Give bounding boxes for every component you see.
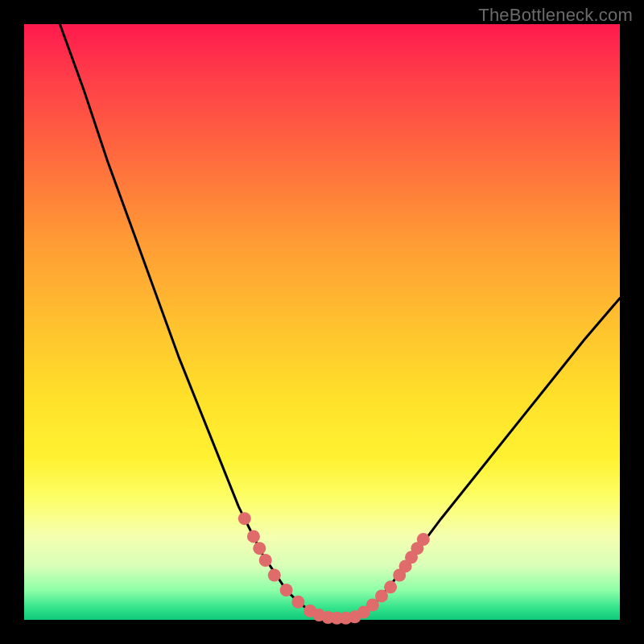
chart-plot-area [24, 24, 620, 620]
highlight-dot [384, 580, 397, 593]
highlight-dot [253, 542, 266, 555]
highlight-dot [247, 530, 260, 543]
highlight-dots [238, 512, 430, 625]
chart-svg [24, 24, 620, 620]
highlight-dot [259, 554, 272, 567]
highlight-dot [280, 584, 293, 597]
watermark-text: TheBottleneck.com [478, 5, 633, 26]
highlight-dot [268, 569, 281, 582]
highlight-dot [291, 596, 304, 609]
bottleneck-curve [60, 24, 620, 619]
highlight-dot [417, 533, 430, 546]
chart-frame: TheBottleneck.com [0, 0, 644, 644]
highlight-dot [238, 512, 251, 525]
